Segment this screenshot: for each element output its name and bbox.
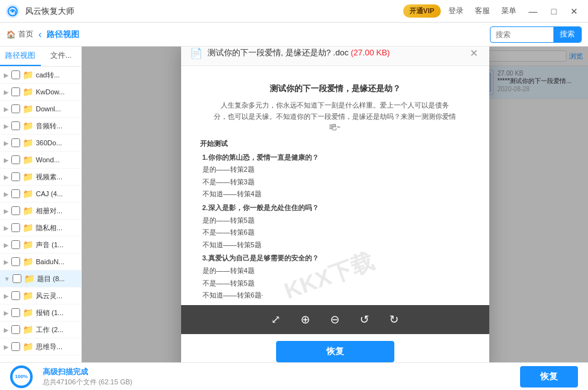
maximize-button[interactable]: □ — [546, 5, 562, 18]
sidebar-item-14[interactable]: ▶ 📁 报销 (1... — [0, 304, 81, 321]
checkbox-11[interactable] — [11, 257, 20, 266]
sidebar-item-1[interactable]: ▶ 📁 KwDow... — [0, 84, 81, 101]
checkbox-13[interactable] — [11, 291, 20, 300]
nav-back-button[interactable]: ‹ — [38, 29, 42, 40]
expand-icon-4: ▶ — [4, 140, 9, 147]
folder-icon-1: 📁 — [23, 87, 33, 97]
modal-header: 📄 测试你的下一段爱情, 是缘还是劫? .doc (27.00 KB) ✕ — [181, 47, 489, 66]
expand-icon-8: ▶ — [4, 208, 9, 214]
q1-opt3: 不知道——转策4题 — [202, 189, 470, 200]
search-input[interactable] — [491, 30, 553, 39]
modal-title: 测试你的下一段爱情, 是缘还是劫? .doc (27.00 KB) — [208, 47, 462, 58]
vip-button[interactable]: 开通VIP — [403, 4, 441, 18]
checkbox-6[interactable] — [11, 172, 20, 181]
minimize-button[interactable]: — — [524, 5, 543, 18]
sidebar-item-9[interactable]: ▶ 📁 隐私相... — [0, 220, 81, 237]
window-close-button[interactable]: ✕ — [565, 5, 583, 18]
checkbox-9[interactable] — [11, 223, 20, 232]
doc-preview: KKX下载www.kkx.net 测试你的下一段爱情，是缘还是劫？ 人生复杂多元… — [190, 72, 480, 305]
expand-icon-6: ▶ — [4, 174, 9, 181]
sidebar-item-0[interactable]: ▶ 📁 cad转... — [0, 67, 81, 84]
rotate-left-button[interactable]: ↺ — [355, 310, 374, 329]
checkbox-7[interactable] — [11, 189, 20, 198]
sidebar-item-10[interactable]: ▶ 📁 声音 (1... — [0, 237, 81, 254]
modal-recover-button[interactable]: 恢复 — [276, 341, 394, 362]
bottom-status-sub: 总共47106个文件 (62.15 GB) — [43, 377, 510, 387]
q2-opt3: 不知道——转策5题 — [202, 240, 470, 251]
checkbox-14[interactable] — [11, 308, 20, 317]
sidebar-item-12[interactable]: ▼ 📁 题目 (8... — [0, 270, 81, 287]
question-4: 4.如果知遇恋人为对任往往联系到，你会分享吗？ — [202, 304, 470, 305]
checkbox-15[interactable] — [11, 325, 20, 334]
modal-body: KKX下载www.kkx.net 测试你的下一段爱情，是缘还是劫？ 人生复杂多元… — [181, 66, 489, 305]
folder-icon-0: 📁 — [23, 70, 33, 80]
sidebar-item-15[interactable]: ▶ 📁 工作 (2... — [0, 321, 81, 338]
fit-screen-button[interactable]: ⤢ — [266, 310, 286, 329]
folder-icon-15: 📁 — [23, 325, 33, 335]
sidebar-label-5: Wond... — [36, 156, 77, 164]
folder-icon-3: 📁 — [23, 121, 33, 131]
search-button[interactable]: 搜索 — [553, 27, 581, 42]
app-title: 风云恢复大师 — [25, 6, 403, 17]
sidebar-item-3[interactable]: ▶ 📁 音频转... — [0, 118, 81, 135]
sidebar-item-2[interactable]: ▶ 📁 Downl... — [0, 101, 81, 118]
question-1: 1.你你的第山恐，爱情一直是健康的？ — [202, 152, 470, 164]
sidebar-label-7: CAJ (4... — [36, 190, 77, 198]
sidebar-item-5[interactable]: ▶ 📁 Wond... — [0, 152, 81, 169]
checkbox-12[interactable] — [13, 274, 21, 283]
tab-file-view[interactable]: 文件... — [41, 47, 82, 66]
sidebar: 路径视图 文件... ▶ 📁 cad转... ▶ 📁 KwDow... ▶ 📁 … — [0, 47, 82, 362]
zoom-out-button[interactable]: ⊖ — [325, 310, 345, 329]
checkbox-8[interactable] — [11, 206, 20, 215]
expand-icon-1: ▶ — [4, 89, 9, 96]
folder-icon-13: 📁 — [23, 291, 33, 301]
bottom-status-title: 高级扫描完成 — [43, 367, 510, 377]
expand-icon-9: ▶ — [4, 225, 9, 231]
main-recover-button[interactable]: 恢复 — [520, 366, 578, 387]
sidebar-item-16[interactable]: ▶ 📁 思维导... — [0, 338, 81, 355]
tab-path-view[interactable]: 路径视图 — [0, 47, 41, 66]
checkbox-16[interactable] — [11, 342, 20, 351]
menu-button[interactable]: 菜单 — [497, 4, 520, 18]
checkbox-5[interactable] — [11, 155, 20, 164]
checkbox-3[interactable] — [11, 121, 20, 130]
expand-icon-15: ▶ — [4, 326, 9, 333]
checkbox-2[interactable] — [11, 104, 20, 113]
expand-icon-3: ▶ — [4, 123, 9, 130]
question-3: 3.真爱认为自己是足够需要的安全的？ — [202, 253, 470, 264]
modal-close-button[interactable]: ✕ — [467, 47, 480, 59]
modal-toolbar: ⤢ ⊕ ⊖ ↺ ↻ — [181, 305, 489, 334]
checkbox-1[interactable] — [11, 87, 20, 96]
sidebar-item-6[interactable]: ▶ 📁 视频素... — [0, 169, 81, 186]
zoom-in-button[interactable]: ⊕ — [296, 310, 315, 329]
folder-icon-9: 📁 — [23, 223, 33, 233]
sidebar-item-11[interactable]: ▶ 📁 BaiduN... — [0, 254, 81, 270]
checkbox-10[interactable] — [11, 240, 20, 249]
title-actions: 开通VIP 登录 客服 菜单 — □ ✕ — [403, 4, 583, 18]
expand-icon-7: ▶ — [4, 191, 9, 198]
login-button[interactable]: 登录 — [445, 4, 467, 18]
folder-icon-16: 📁 — [23, 342, 33, 352]
main-layout: 路径视图 文件... ▶ 📁 cad转... ▶ 📁 KwDow... ▶ 📁 … — [0, 47, 588, 362]
search-box: 搜索 — [490, 26, 582, 43]
sidebar-label-6: 视频素... — [36, 172, 77, 182]
folder-icon-10: 📁 — [23, 240, 33, 250]
q2-opt1: 是的——转策5题 — [202, 215, 470, 226]
service-button[interactable]: 客服 — [471, 4, 494, 18]
expand-icon-13: ▶ — [4, 292, 9, 299]
sidebar-tabs: 路径视图 文件... — [0, 47, 81, 67]
sidebar-label-1: KwDow... — [36, 88, 77, 96]
checkbox-0[interactable] — [11, 70, 20, 79]
sidebar-item-4[interactable]: ▶ 📁 360Do... — [0, 135, 81, 152]
rotate-right-button[interactable]: ↻ — [384, 310, 404, 329]
sidebar-item-8[interactable]: ▶ 📁 相册对... — [0, 203, 81, 220]
checkbox-4[interactable] — [11, 138, 20, 147]
nav-home[interactable]: 🏠 首页 — [6, 29, 33, 40]
doc-section-title: 开始测试 — [200, 138, 470, 150]
folder-icon-5: 📁 — [23, 155, 33, 165]
svg-point-2 — [11, 10, 14, 13]
folder-icon-14: 📁 — [23, 308, 33, 318]
sidebar-item-7[interactable]: ▶ 📁 CAJ (4... — [0, 186, 81, 203]
modal-size: (27.00 KB) — [351, 48, 390, 57]
sidebar-item-13[interactable]: ▶ 📁 风云灵... — [0, 287, 81, 304]
